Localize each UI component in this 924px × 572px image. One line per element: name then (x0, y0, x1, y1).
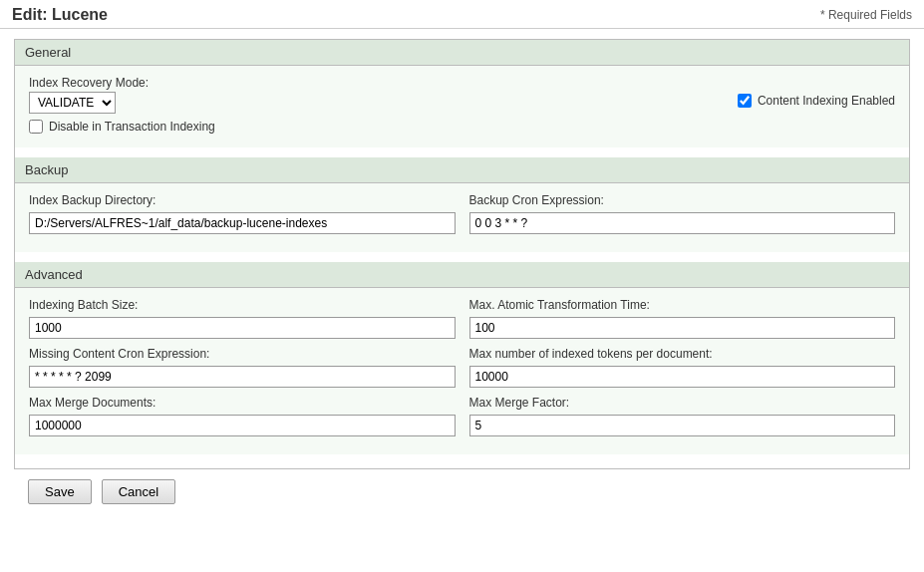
general-top-row: Index Recovery Mode: VALIDATE AUTO FULL (29, 76, 895, 114)
index-recovery-mode-select[interactable]: VALIDATE AUTO FULL (29, 92, 116, 114)
page-wrapper: Edit: Lucene * Required Fields General I… (0, 0, 924, 572)
max-indexed-tokens-col: Max number of indexed tokens per documen… (469, 347, 896, 388)
backup-section: Backup Index Backup Directory: Backup Cr… (15, 157, 909, 252)
max-atomic-time-col: Max. Atomic Transformation Time: (469, 298, 896, 339)
outer-panel: General Index Recovery Mode: VALIDATE AU… (14, 39, 910, 469)
index-backup-dir-input[interactable] (29, 212, 456, 234)
backup-section-body: Index Backup Directory: Backup Cron Expr… (15, 183, 909, 252)
required-fields-label: * Required Fields (820, 8, 912, 22)
main-content: General Index Recovery Mode: VALIDATE AU… (0, 29, 924, 514)
general-section-header: General (15, 40, 909, 66)
advanced-section-body: Indexing Batch Size: Max. Atomic Transfo… (15, 288, 909, 454)
max-indexed-tokens-input[interactable] (469, 366, 896, 388)
max-merge-documents-col: Max Merge Documents: (29, 396, 456, 436)
max-merge-factor-col: Max Merge Factor: (469, 396, 896, 436)
content-indexing-enabled-label: Content Indexing Enabled (758, 94, 895, 108)
backup-cron-label: Backup Cron Expression: (469, 193, 896, 207)
general-top-left: Index Recovery Mode: VALIDATE AUTO FULL (29, 76, 149, 114)
max-merge-documents-label: Max Merge Documents: (29, 396, 456, 410)
general-section-body: Index Recovery Mode: VALIDATE AUTO FULL (15, 66, 909, 147)
backup-cron-input[interactable] (469, 212, 896, 234)
general-top-right: Content Indexing Enabled (738, 76, 895, 108)
index-backup-dir-col: Index Backup Directory: (29, 193, 456, 234)
advanced-section-label: Advanced (25, 267, 83, 282)
max-atomic-time-label: Max. Atomic Transformation Time: (469, 298, 896, 312)
index-recovery-mode-label: Index Recovery Mode: (29, 76, 149, 90)
content-indexing-enabled-checkbox[interactable] (738, 94, 752, 108)
general-section: General Index Recovery Mode: VALIDATE AU… (15, 40, 909, 147)
backup-fields-row: Index Backup Directory: Backup Cron Expr… (29, 193, 895, 234)
advanced-row-3: Max Merge Documents: Max Merge Factor: (29, 396, 895, 436)
max-atomic-time-input[interactable] (469, 317, 896, 339)
backup-section-header: Backup (15, 157, 909, 183)
missing-content-cron-label: Missing Content Cron Expression: (29, 347, 456, 361)
save-button[interactable]: Save (28, 479, 92, 504)
footer-buttons: Save Cancel (14, 469, 910, 504)
index-recovery-mode-select-wrap: VALIDATE AUTO FULL (29, 92, 116, 114)
advanced-section: Advanced Indexing Batch Size: Max. Atomi… (15, 262, 909, 454)
missing-content-cron-col: Missing Content Cron Expression: (29, 347, 456, 388)
index-backup-dir-label: Index Backup Directory: (29, 193, 456, 207)
backup-section-label: Backup (25, 162, 68, 177)
page-title: Edit: Lucene (12, 6, 108, 24)
max-merge-factor-label: Max Merge Factor: (469, 396, 896, 410)
disable-transaction-indexing-checkbox[interactable] (29, 120, 43, 134)
max-merge-factor-input[interactable] (469, 415, 896, 436)
max-merge-documents-input[interactable] (29, 415, 456, 436)
backup-cron-col: Backup Cron Expression: (469, 193, 896, 234)
general-section-label: General (25, 45, 71, 60)
advanced-row-1: Indexing Batch Size: Max. Atomic Transfo… (29, 298, 895, 339)
cancel-button[interactable]: Cancel (102, 479, 175, 504)
disable-transaction-indexing-row: Disable in Transaction Indexing (29, 120, 895, 134)
index-recovery-mode-field: Index Recovery Mode: VALIDATE AUTO FULL (29, 76, 149, 114)
advanced-row-2: Missing Content Cron Expression: Max num… (29, 347, 895, 388)
advanced-section-header: Advanced (15, 262, 909, 288)
indexing-batch-size-col: Indexing Batch Size: (29, 298, 456, 339)
missing-content-cron-input[interactable] (29, 366, 456, 388)
max-indexed-tokens-label: Max number of indexed tokens per documen… (469, 347, 896, 361)
indexing-batch-size-label: Indexing Batch Size: (29, 298, 456, 312)
disable-transaction-indexing-label: Disable in Transaction Indexing (49, 120, 215, 134)
page-header: Edit: Lucene * Required Fields (0, 0, 924, 29)
indexing-batch-size-input[interactable] (29, 317, 456, 339)
